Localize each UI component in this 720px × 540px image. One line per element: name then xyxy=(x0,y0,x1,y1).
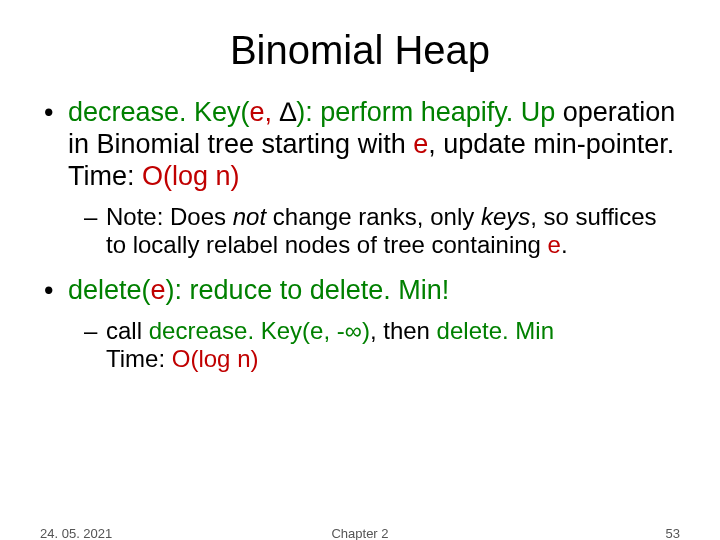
arg-e2: e xyxy=(413,129,428,159)
sub-call: decrease. Key(e, - xyxy=(149,317,345,344)
heapify-up: heapify. Up xyxy=(421,97,556,127)
sub-infinity: ∞ xyxy=(345,317,362,344)
note-e: e xyxy=(548,231,561,258)
delete-sub-item: call decrease. Key(e, -∞), then delete. … xyxy=(84,317,680,374)
note-item: Note: Does not change ranks, only keys, … xyxy=(84,203,680,260)
sub-prefix: call xyxy=(106,317,149,344)
sub-list-1: Note: Does not change ranks, only keys, … xyxy=(84,203,680,260)
sub-call-close: ) xyxy=(362,317,370,344)
fn-name-delete: delete( xyxy=(68,275,151,305)
bullet-delete: delete(e): reduce to delete. Min! call d… xyxy=(40,275,680,373)
sub-time-label: Time: xyxy=(106,345,172,372)
sub-list-2: call decrease. Key(e, -∞), then delete. … xyxy=(84,317,680,374)
sub-delete-min: delete. Min xyxy=(437,317,554,344)
fn-name: decrease. Key( xyxy=(68,97,250,127)
footer-page-number: 53 xyxy=(666,526,680,540)
note-mid: change ranks, only xyxy=(266,203,481,230)
note-prefix: Note: Does xyxy=(106,203,233,230)
bullet-decrease-key: decrease. Key(e, ∆): perform heapify. Up… xyxy=(40,97,680,259)
note-keys: keys xyxy=(481,203,530,230)
arg-e-delete: e xyxy=(151,275,166,305)
bullet-list: decrease. Key(e, ∆): perform heapify. Up… xyxy=(40,97,680,374)
slide: Binomial Heap decrease. Key(e, ∆): perfo… xyxy=(0,0,720,540)
footer-chapter: Chapter 2 xyxy=(0,526,720,540)
time-complexity: O(log n) xyxy=(142,161,240,191)
fn-close: ): perform xyxy=(296,97,421,127)
note-not: not xyxy=(233,203,266,230)
arg-delta: ∆ xyxy=(280,97,297,127)
arg-e: e, xyxy=(250,97,280,127)
fn-close-delete: ): reduce to xyxy=(166,275,310,305)
slide-body: decrease. Key(e, ∆): perform heapify. Up… xyxy=(40,97,680,374)
sub-mid: , then xyxy=(370,317,437,344)
delete-min: delete. Min! xyxy=(310,275,450,305)
sub-time: O(log n) xyxy=(172,345,259,372)
slide-title: Binomial Heap xyxy=(40,28,680,73)
note-end: . xyxy=(561,231,568,258)
